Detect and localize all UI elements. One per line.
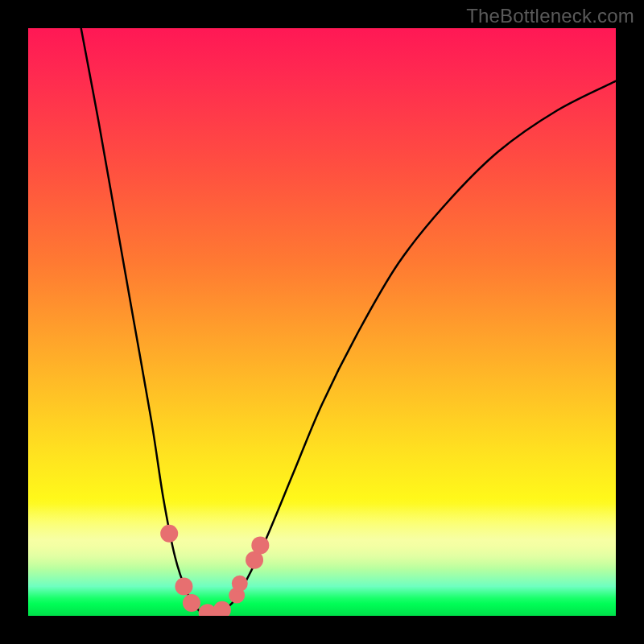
curve-markers bbox=[160, 525, 269, 616]
marker-point bbox=[160, 525, 178, 543]
watermark-text: TheBottleneck.com bbox=[466, 5, 634, 27]
marker-point bbox=[183, 594, 200, 612]
plot-area bbox=[28, 28, 616, 616]
marker-point bbox=[232, 576, 248, 592]
marker-point bbox=[251, 536, 269, 554]
marker-point bbox=[213, 601, 231, 616]
marker-point bbox=[175, 578, 192, 596]
bottleneck-curve bbox=[81, 28, 616, 615]
figure-frame: TheBottleneck.com bbox=[0, 0, 644, 644]
curve-layer bbox=[28, 28, 616, 616]
